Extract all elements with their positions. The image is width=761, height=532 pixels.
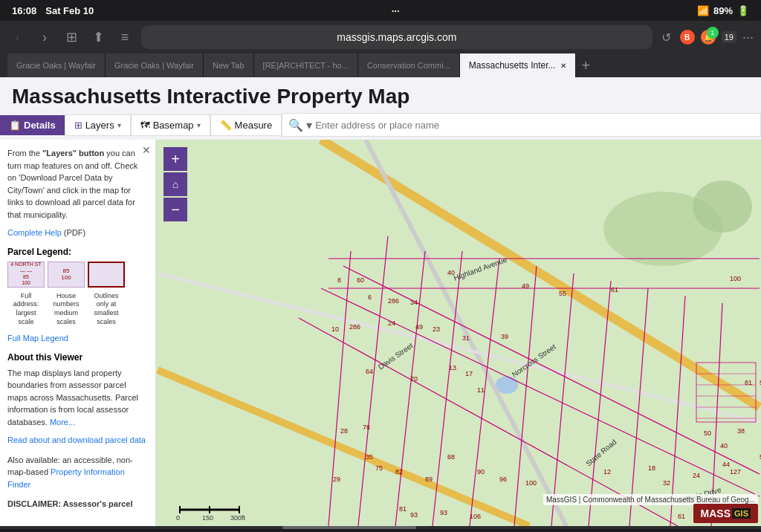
disclaimer-text: DISCLAIMER: Assessor's parcel (7, 498, 148, 510)
tab-6-label: Massachusetts Inter... (469, 60, 556, 71)
tab-4-label: [RE]ARCHITECT - ho... (263, 61, 349, 70)
page-content: Massachusetts Interactive Property Map 📋… (0, 77, 761, 526)
svg-text:29: 29 (333, 476, 340, 483)
new-tab-button[interactable]: + (576, 57, 597, 74)
svg-text:24: 24 (693, 472, 700, 479)
legend-img-2: 85100 (48, 262, 85, 288)
legend-label-3: Outlines only at smallest scales (88, 292, 125, 327)
search-input[interactable] (315, 120, 754, 131)
reload-button[interactable]: ↺ (661, 30, 671, 45)
svg-text:68: 68 (447, 453, 455, 461)
basemap-dropdown-arrow: ▾ (197, 121, 201, 129)
svg-text:100: 100 (525, 479, 537, 487)
basemap-icon: 🗺 (140, 120, 150, 131)
svg-text:61: 61 (611, 286, 618, 293)
tab-2[interactable]: Gracie Oaks | Wayfair (106, 53, 204, 77)
browser-chrome: ‹ › ⊞ ⬆ ≡ massgis.maps.arcgis.com ↺ B 🔔 … (0, 21, 761, 77)
tab-1[interactable]: Gracie Oaks | Wayfair (7, 53, 106, 77)
svg-text:150: 150 (202, 514, 213, 522)
svg-text:35: 35 (366, 453, 373, 461)
measure-button[interactable]: 📏 Measure (210, 114, 282, 136)
tab-2-label: Gracie Oaks | Wayfair (114, 61, 194, 70)
brave-icon: B (680, 30, 695, 45)
accessible-section: Also available: an accessible, non-map-b… (7, 454, 148, 491)
battery-percentage: 89% (713, 5, 733, 16)
layers-dropdown-arrow: ▾ (117, 121, 121, 129)
svg-text:93: 93 (440, 509, 447, 516)
sidebar-close-button[interactable]: ✕ (142, 144, 151, 156)
zoom-out-button[interactable]: − (163, 198, 187, 221)
measure-icon: 📏 (220, 120, 232, 131)
tab-6-close[interactable]: ✕ (560, 62, 566, 70)
download-link[interactable]: Read about and download parcel data (7, 435, 146, 444)
date: Sat Feb 10 (45, 5, 94, 16)
home-button[interactable]: ⌂ (163, 172, 187, 196)
details-button[interactable]: 📋 Details (0, 115, 65, 135)
battery-icon: 🔋 (737, 5, 749, 16)
svg-text:11: 11 (477, 386, 485, 394)
tab-3[interactable]: New Tab (204, 53, 254, 77)
scroll-thumb (282, 526, 416, 529)
svg-text:61: 61 (678, 513, 685, 520)
back-button[interactable]: ‹ (7, 27, 28, 48)
massgis-text: MASS (701, 507, 731, 519)
svg-text:55: 55 (559, 290, 566, 297)
forward-button[interactable]: › (34, 27, 55, 48)
status-left: 16:08 Sat Feb 10 (12, 5, 94, 16)
reader-button[interactable]: ≡ (114, 27, 135, 48)
legend-title: Parcel Legend: (7, 247, 148, 257)
address-bar[interactable]: massgis.maps.arcgis.com (141, 25, 652, 49)
share-button[interactable]: ⬆ (88, 27, 109, 48)
zoom-in-button[interactable]: + (163, 147, 187, 171)
map-toolbar: 📋 Details ⊞ Layers ▾ 🗺 Basemap ▾ 📏 Measu… (0, 113, 761, 140)
svg-text:10: 10 (331, 325, 339, 333)
massgis-logo: MASS GIS (693, 504, 758, 523)
svg-text:127: 127 (730, 468, 741, 476)
disclaimer-section: DISCLAIMER: Assessor's parcel (7, 498, 148, 510)
tab-5-label: Conservation Commi... (367, 61, 450, 70)
scroll-bar (0, 526, 761, 529)
property-info-link[interactable]: Property Information Finder (7, 467, 125, 489)
layers-button[interactable]: ⊞ Layers ▾ (65, 114, 131, 136)
svg-text:31: 31 (462, 334, 470, 342)
parcel-legend: Parcel Legend: 4 NORTH ST— —85100 85100 … (7, 247, 148, 345)
svg-text:96: 96 (499, 476, 507, 483)
svg-text:81: 81 (745, 379, 752, 386)
search-box[interactable]: 🔍 ▾ (282, 113, 761, 137)
about-text: The map displays land property boundarie… (7, 367, 148, 429)
extension-badge: 1 (707, 27, 719, 39)
tab-4[interactable]: [RE]ARCHITECT - ho... (254, 53, 358, 77)
address-text: massgis.maps.arcgis.com (337, 31, 456, 43)
svg-text:76: 76 (363, 424, 370, 431)
complete-help-link[interactable]: Complete Help (7, 228, 62, 237)
more-link[interactable]: More... (50, 418, 75, 426)
layers-bold: "Layers" button (42, 149, 104, 158)
svg-text:286: 286 (349, 323, 360, 331)
svg-text:13: 13 (449, 364, 456, 372)
svg-text:50: 50 (704, 429, 711, 437)
measure-label: Measure (235, 120, 273, 131)
svg-text:60: 60 (357, 276, 364, 284)
about-section: About this Viewer The map displays land … (7, 352, 148, 447)
tabs-bar: Gracie Oaks | Wayfair Gracie Oaks | Wayf… (7, 53, 754, 77)
tab-6-active[interactable]: Massachusetts Inter... ✕ (460, 53, 576, 77)
svg-text:49: 49 (415, 323, 423, 331)
basemap-button[interactable]: 🗺 Basemap ▾ (131, 114, 210, 136)
details-icon: 📋 (9, 120, 21, 131)
more-options-button[interactable]: ··· (742, 30, 754, 45)
svg-text:17: 17 (465, 370, 473, 377)
layers-icon: ⊞ (74, 120, 82, 131)
legend-img-3 (88, 262, 125, 288)
svg-text:0: 0 (176, 514, 180, 522)
tab-3-label: New Tab (213, 61, 245, 70)
bookmarks-button[interactable]: ⊞ (61, 27, 82, 48)
legend-label-1: Full address: largest scale (7, 292, 45, 327)
map-area[interactable]: Davis Street Highland Avenue Norcross St… (156, 140, 761, 526)
svg-point-2 (693, 181, 752, 233)
map-svg: Davis Street Highland Avenue Norcross St… (156, 140, 761, 526)
tab-5[interactable]: Conservation Commi... (358, 53, 460, 77)
svg-text:28: 28 (340, 427, 348, 435)
svg-text:70: 70 (410, 375, 418, 383)
legend-images: 4 NORTH ST— —85100 85100 (7, 262, 148, 288)
full-map-legend-link[interactable]: Full Map Legend (7, 334, 68, 343)
